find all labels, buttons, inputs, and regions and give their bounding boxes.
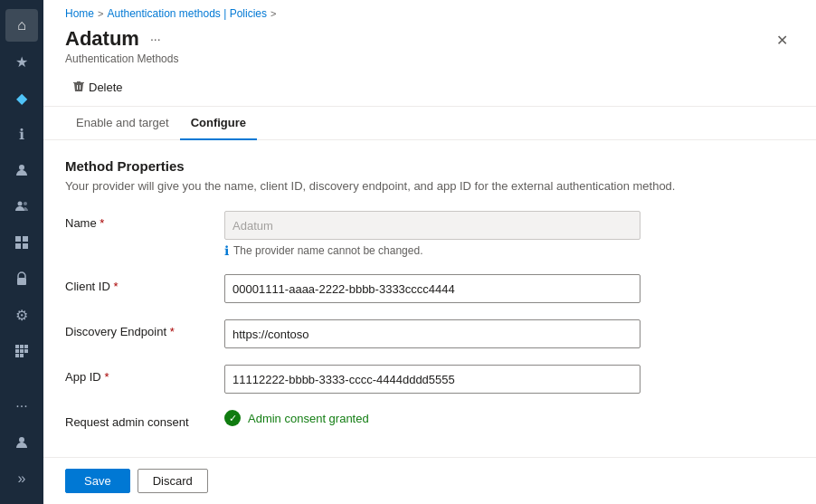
save-button[interactable]: Save xyxy=(65,469,130,493)
sidebar-more-dots-icon[interactable]: ··· xyxy=(5,390,38,423)
client-id-field xyxy=(224,274,794,303)
delete-button[interactable]: Delete xyxy=(65,76,130,99)
name-field: ℹ The provider name cannot be changed. xyxy=(224,211,794,258)
delete-label: Delete xyxy=(89,81,123,94)
svg-rect-6 xyxy=(23,243,28,249)
sidebar-settings-icon[interactable]: ⚙ xyxy=(5,299,38,331)
svg-rect-9 xyxy=(20,345,24,348)
svg-rect-7 xyxy=(17,278,26,285)
name-label: Name * xyxy=(65,211,210,230)
tab-enable-target[interactable]: Enable and target xyxy=(65,107,180,140)
app-id-field xyxy=(224,365,794,394)
svg-rect-14 xyxy=(15,354,19,357)
sidebar-diamond-icon[interactable]: ◆ xyxy=(5,81,38,114)
footer: Save Discard xyxy=(43,457,816,504)
sidebar-expand-icon[interactable]: » xyxy=(5,462,38,495)
discovery-required: * xyxy=(170,325,175,338)
sidebar-lock-icon[interactable] xyxy=(5,262,38,295)
client-id-required: * xyxy=(113,280,118,293)
sidebar-apps-icon[interactable] xyxy=(5,335,38,367)
sidebar-info-icon[interactable]: ℹ xyxy=(5,118,38,150)
svg-rect-4 xyxy=(23,236,28,242)
delete-icon xyxy=(72,80,85,95)
sidebar-person-bottom-icon[interactable] xyxy=(5,426,38,459)
page-header: Adatum ··· Authentication Methods ✕ xyxy=(43,24,816,72)
close-button[interactable]: ✕ xyxy=(769,27,794,52)
svg-rect-3 xyxy=(15,236,21,242)
consent-text: Admin consent granted xyxy=(248,412,369,425)
admin-consent-field-row: Request admin consent ✓ Admin consent gr… xyxy=(65,410,794,429)
more-options-button[interactable]: ··· xyxy=(147,30,165,48)
section-title: Method Properties xyxy=(65,158,794,174)
tab-configure[interactable]: Configure xyxy=(180,107,257,140)
sidebar-grid-icon[interactable] xyxy=(5,226,38,259)
name-info-text: The provider name cannot be changed. xyxy=(233,244,422,257)
sidebar-user-icon[interactable] xyxy=(5,154,38,186)
name-field-row: Name * ℹ The provider name cannot be cha… xyxy=(65,211,794,258)
breadcrumb: Home > Authentication methods | Policies… xyxy=(43,0,816,24)
sidebar-users-icon[interactable] xyxy=(5,190,38,223)
page-title-row: Adatum ··· xyxy=(65,27,178,51)
svg-rect-15 xyxy=(20,354,24,357)
tabs: Enable and target Configure xyxy=(43,107,816,140)
name-required: * xyxy=(100,216,104,230)
discovery-endpoint-input[interactable] xyxy=(224,319,640,348)
app-id-input[interactable] xyxy=(224,365,640,394)
info-circle-icon: ℹ xyxy=(224,243,229,258)
consent-row: ✓ Admin consent granted xyxy=(224,410,794,426)
client-id-field-row: Client ID * xyxy=(65,274,794,303)
sidebar: ⌂ ★ ◆ ℹ ⚙ ··· » xyxy=(0,0,43,504)
svg-rect-13 xyxy=(24,349,28,353)
client-id-label: Client ID * xyxy=(65,274,210,293)
discard-button[interactable]: Discard xyxy=(138,469,208,493)
breadcrumb-chevron-2: > xyxy=(270,8,276,19)
sidebar-home-icon[interactable]: ⌂ xyxy=(5,9,38,42)
svg-point-16 xyxy=(19,437,24,442)
app-id-label: App ID * xyxy=(65,365,210,384)
sidebar-star-icon[interactable]: ★ xyxy=(5,45,38,78)
svg-rect-12 xyxy=(20,349,24,353)
admin-consent-field: ✓ Admin consent granted xyxy=(224,410,794,426)
svg-point-2 xyxy=(24,202,27,205)
consent-check-icon: ✓ xyxy=(224,410,241,426)
toolbar: Delete xyxy=(43,72,816,107)
discovery-endpoint-label: Discovery Endpoint * xyxy=(65,319,210,338)
breadcrumb-home[interactable]: Home xyxy=(65,7,94,20)
admin-consent-label: Request admin consent xyxy=(65,410,210,429)
svg-rect-5 xyxy=(15,243,21,249)
breadcrumb-chevron-1: > xyxy=(98,8,103,19)
page-header-left: Adatum ··· Authentication Methods xyxy=(65,27,178,65)
name-info-msg: ℹ The provider name cannot be changed. xyxy=(224,243,794,258)
discovery-endpoint-field-row: Discovery Endpoint * xyxy=(65,319,794,348)
page-title: Adatum xyxy=(65,27,139,51)
section-desc: Your provider will give you the name, cl… xyxy=(65,179,794,193)
svg-rect-8 xyxy=(15,345,19,348)
svg-point-0 xyxy=(19,165,24,170)
content-area: Method Properties Your provider will giv… xyxy=(43,140,816,457)
app-id-required: * xyxy=(104,370,109,384)
discovery-endpoint-field xyxy=(224,319,794,348)
app-id-field-row: App ID * xyxy=(65,365,794,394)
client-id-input[interactable] xyxy=(224,274,640,303)
svg-rect-11 xyxy=(15,349,19,353)
name-input[interactable] xyxy=(224,211,640,240)
svg-rect-10 xyxy=(24,345,28,348)
svg-point-1 xyxy=(18,202,23,206)
breadcrumb-auth-methods[interactable]: Authentication methods | Policies xyxy=(107,7,267,20)
main-panel: Home > Authentication methods | Policies… xyxy=(43,0,816,504)
page-subtitle: Authentication Methods xyxy=(65,52,178,65)
